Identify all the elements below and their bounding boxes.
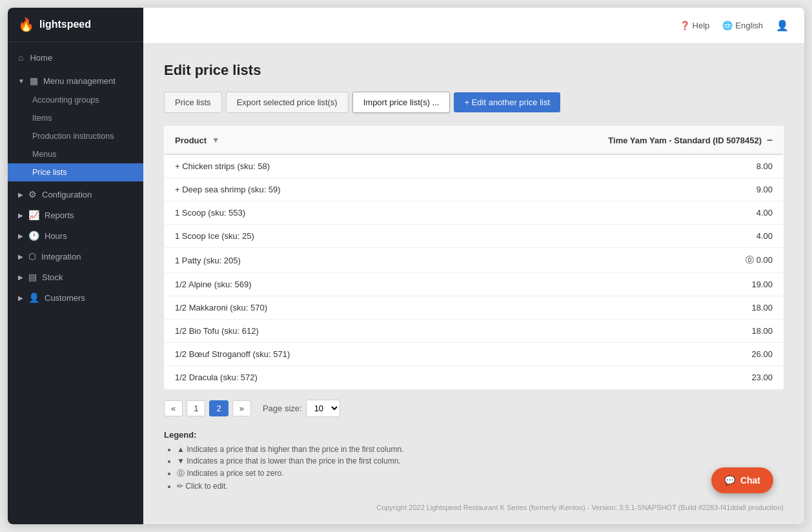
sidebar-item-hours[interactable]: ▶ 🕐 Hours bbox=[8, 225, 143, 246]
sidebar-item-stock[interactable]: ▶ ▤ Stock bbox=[8, 267, 143, 287]
sidebar-item-reports[interactable]: ▶ 📈 Reports bbox=[8, 205, 143, 225]
help-label: Help bbox=[693, 21, 710, 30]
legend-title: Legend: bbox=[164, 430, 784, 440]
legend-item: ✏ Click to edit. bbox=[177, 482, 784, 491]
customers-label: Customers bbox=[45, 293, 85, 303]
help-icon: ❓ bbox=[680, 21, 690, 30]
product-cell: + Deep sea shrimp (sku: 59) bbox=[165, 178, 427, 201]
sidebar-item-home[interactable]: ⌂ Home bbox=[8, 47, 143, 68]
main-content: ❓ Help 🌐 English 👤 Edit price lists Pric… bbox=[143, 8, 804, 524]
prev-page-button[interactable]: « bbox=[164, 400, 183, 416]
legend-item: ⓪ Indicates a price set to zero. bbox=[177, 468, 784, 479]
page-size-label: Page size: bbox=[263, 404, 302, 413]
page-1-button[interactable]: 1 bbox=[187, 400, 205, 416]
sidebar-item-items[interactable]: Items bbox=[8, 109, 143, 127]
price-cell[interactable]: 18.00 bbox=[426, 320, 783, 343]
product-cell: 1/2 Alpine (sku: 569) bbox=[165, 273, 427, 296]
sidebar-item-menus[interactable]: Menus bbox=[8, 145, 143, 163]
table-row: 1/2 Makkaroni (sku: 570)18.00 bbox=[165, 296, 784, 320]
remove-column-icon[interactable]: – bbox=[767, 134, 773, 146]
price-cell[interactable]: 19.00 bbox=[426, 273, 783, 296]
language-icon: 🌐 bbox=[722, 21, 733, 30]
tab-bar: Price lists Export selected price list(s… bbox=[164, 92, 784, 113]
menu-management-children: Accounting groups Items Production instr… bbox=[8, 91, 143, 181]
sidebar-item-menu-management[interactable]: ▼ ▦ Menu management bbox=[8, 70, 143, 91]
sidebar-logo: 🔥 lightspeed bbox=[8, 8, 143, 42]
next-page-button[interactable]: » bbox=[232, 400, 251, 416]
sidebar-item-customers[interactable]: ▶ 👤 Customers bbox=[8, 287, 143, 308]
sidebar-navigation: ⌂ Home ▼ ▦ Menu management Accounting gr… bbox=[8, 42, 143, 524]
table-row: 1/2 Alpine (sku: 569)19.00 bbox=[165, 273, 784, 296]
user-menu[interactable]: 👤 bbox=[776, 19, 789, 32]
sidebar-item-price-lists[interactable]: Price lists bbox=[8, 163, 143, 181]
integration-label: Integration bbox=[41, 252, 81, 261]
reports-label: Reports bbox=[45, 210, 74, 220]
language-selector[interactable]: 🌐 English bbox=[722, 21, 763, 30]
configuration-label: Configuration bbox=[42, 190, 92, 200]
tab-price-lists[interactable]: Price lists bbox=[164, 92, 222, 113]
hours-label: Hours bbox=[45, 231, 67, 241]
filter-icon[interactable]: ▼ bbox=[212, 136, 219, 145]
menu-management-label: Menu management bbox=[43, 76, 116, 86]
hours-icon: 🕐 bbox=[28, 230, 39, 241]
tab-export[interactable]: Export selected price list(s) bbox=[226, 92, 349, 113]
table-header-row: Product ▼ Time Yam Yam - Standard (ID 50… bbox=[165, 127, 784, 155]
table-row: + Chicken strips (sku: 58)8.00 bbox=[165, 154, 784, 178]
tab-edit-another[interactable]: + Edit another price list bbox=[454, 92, 560, 112]
arrow-icon: ▶ bbox=[18, 294, 23, 302]
legend: Legend: ▲ Indicates a price that is high… bbox=[164, 430, 784, 491]
product-cell: + Chicken strips (sku: 58) bbox=[165, 154, 427, 178]
product-cell: 1/2 Dracula (sku: 572) bbox=[165, 366, 427, 389]
arrow-icon: ▼ bbox=[18, 77, 25, 85]
col-price-header: Time Yam Yam - Standard (ID 5078452) – bbox=[426, 127, 783, 155]
sidebar-item-configuration[interactable]: ▶ ⚙ Configuration bbox=[8, 184, 143, 205]
home-icon: ⌂ bbox=[18, 52, 23, 63]
language-label: English bbox=[735, 21, 763, 30]
footer-copyright: Copyright 2022 Lightspeed Restaurant K S… bbox=[164, 504, 784, 511]
sidebar-item-production-instructions[interactable]: Production instructions bbox=[8, 127, 143, 145]
product-header-label: Product bbox=[175, 136, 207, 145]
page-content: Edit price lists Price lists Export sele… bbox=[143, 44, 804, 524]
legend-item: ▼ Indicates a price that is lower than t… bbox=[177, 456, 784, 466]
price-cell[interactable]: 18.00 bbox=[426, 296, 783, 320]
price-cell[interactable]: 4.00 bbox=[426, 225, 783, 248]
table-row: 1 Patty (sku: 205)⓪ 0.00 bbox=[165, 248, 784, 273]
tab-import[interactable]: Import price list(s) ... bbox=[352, 92, 451, 113]
price-cell[interactable]: 26.00 bbox=[426, 343, 783, 366]
product-cell: 1/2 Bœuf Stroganoff (sku: 571) bbox=[165, 343, 427, 366]
product-cell: 1 Scoop Ice (sku: 25) bbox=[165, 225, 427, 248]
help-button[interactable]: ❓ Help bbox=[680, 21, 710, 30]
price-cell[interactable]: ⓪ 0.00 bbox=[426, 248, 783, 273]
price-cell[interactable]: 23.00 bbox=[426, 366, 783, 389]
pagination: « 1 2 » Page size: 10 25 50 bbox=[164, 400, 784, 417]
product-cell: 1 Scoop (sku: 553) bbox=[165, 201, 427, 225]
customers-icon: 👤 bbox=[28, 292, 39, 303]
product-cell: 1 Patty (sku: 205) bbox=[165, 248, 427, 273]
price-cell[interactable]: 4.00 bbox=[426, 201, 783, 225]
topbar: ❓ Help 🌐 English 👤 bbox=[143, 8, 804, 44]
table-row: 1 Scoop Ice (sku: 25)4.00 bbox=[165, 225, 784, 248]
chat-button[interactable]: 💬 Chat bbox=[711, 467, 773, 493]
product-cell: 1/2 Bio Tofu (sku: 612) bbox=[165, 320, 427, 343]
table-row: 1 Scoop (sku: 553)4.00 bbox=[165, 201, 784, 225]
page-title: Edit price lists bbox=[164, 62, 784, 79]
page-size-select[interactable]: 10 25 50 bbox=[306, 400, 340, 417]
home-label: Home bbox=[30, 53, 52, 63]
menu-management-section: ▼ ▦ Menu management Accounting groups It… bbox=[8, 68, 143, 184]
price-cell[interactable]: 9.00 bbox=[426, 178, 783, 201]
table-row: 1/2 Bœuf Stroganoff (sku: 571)26.00 bbox=[165, 343, 784, 366]
logo-text: lightspeed bbox=[39, 19, 91, 30]
arrow-icon: ▶ bbox=[18, 253, 23, 260]
arrow-icon: ▶ bbox=[18, 212, 23, 219]
sidebar-item-accounting-groups[interactable]: Accounting groups bbox=[8, 91, 143, 109]
table-row: 1/2 Bio Tofu (sku: 612)18.00 bbox=[165, 320, 784, 343]
configuration-icon: ⚙ bbox=[28, 189, 37, 200]
page-2-button[interactable]: 2 bbox=[209, 400, 228, 416]
price-cell[interactable]: 8.00 bbox=[426, 154, 783, 178]
chat-icon: 💬 bbox=[724, 475, 735, 486]
price-header-label: Time Yam Yam - Standard (ID 5078452) bbox=[608, 136, 762, 145]
table-row: + Deep sea shrimp (sku: 59)9.00 bbox=[165, 178, 784, 201]
sidebar-item-integration[interactable]: ▶ ⬡ Integration bbox=[8, 246, 143, 267]
reports-icon: 📈 bbox=[28, 210, 39, 220]
arrow-icon: ▶ bbox=[18, 274, 23, 281]
